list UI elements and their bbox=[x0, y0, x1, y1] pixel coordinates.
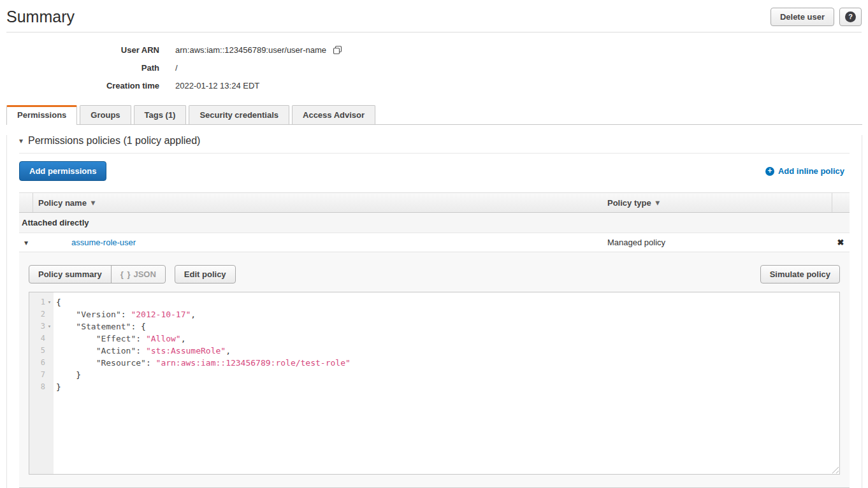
line-number: 3 bbox=[41, 320, 45, 333]
field-label: Creation time bbox=[0, 81, 159, 90]
line-number: 7 bbox=[41, 369, 45, 381]
page-title: Summary bbox=[6, 8, 75, 26]
field-value-text: 2022-01-12 13:24 EDT bbox=[175, 81, 259, 90]
policy-view-buttons: Policy summary { }JSON Edit policy Simul… bbox=[29, 265, 840, 283]
fold-caret-icon[interactable]: ▾ bbox=[45, 296, 54, 308]
policy-summary-button[interactable]: Policy summary bbox=[29, 265, 112, 283]
policy-table-header: Policy name Policy type bbox=[19, 192, 850, 213]
field-value: / bbox=[175, 63, 178, 73]
policy-name-link[interactable]: assume-role-user bbox=[71, 238, 136, 247]
json-punctuation: : { bbox=[131, 322, 145, 331]
tab-groups[interactable]: Groups bbox=[80, 105, 131, 124]
json-punctuation bbox=[56, 310, 76, 319]
tab-security-credentials[interactable]: Security credentials bbox=[189, 105, 289, 124]
sort-caret-icon[interactable] bbox=[656, 198, 660, 207]
json-punctuation: , bbox=[191, 310, 196, 319]
policy-table-row: assume-role-user Managed policy ✖ bbox=[19, 233, 850, 252]
json-key: "Effect" bbox=[96, 334, 136, 343]
editor-line: 7 } bbox=[29, 369, 839, 381]
tab-permissions[interactable]: Permissions bbox=[6, 105, 77, 125]
line-gutter: 4 bbox=[29, 333, 54, 345]
policy-name-column-header[interactable]: Policy name bbox=[33, 193, 602, 212]
json-punctuation: : bbox=[121, 310, 131, 319]
json-string-value: "arn:aws:iam::123456789:role/test-role" bbox=[156, 358, 351, 368]
json-punctuation: : bbox=[146, 358, 156, 368]
field-label: User ARN bbox=[0, 45, 159, 55]
page-header: Summary Delete user ? bbox=[0, 0, 868, 26]
delete-user-button[interactable]: Delete user bbox=[770, 8, 834, 26]
line-gutter: 7 bbox=[29, 369, 54, 381]
json-punctuation: , bbox=[181, 334, 186, 343]
sort-caret-icon[interactable] bbox=[91, 198, 95, 207]
add-permissions-button[interactable]: Add permissions bbox=[19, 161, 106, 181]
remove-policy-icon[interactable]: ✖ bbox=[837, 238, 844, 247]
code-line-text: { bbox=[54, 296, 61, 308]
policy-name-header-label: Policy name bbox=[38, 198, 87, 208]
json-punctuation bbox=[56, 334, 96, 343]
policy-view-segmented-control: Policy summary { }JSON bbox=[29, 265, 166, 283]
json-punctuation bbox=[56, 358, 96, 368]
json-punctuation: } bbox=[56, 382, 61, 392]
policy-table: Policy name Policy type Attached directl… bbox=[19, 192, 850, 488]
remove-policy-cell: ✖ bbox=[832, 238, 850, 247]
editor-line: 4 "Effect": "Allow", bbox=[29, 333, 839, 345]
editor-line: 1▾{ bbox=[29, 296, 839, 308]
editor-resize-handle[interactable] bbox=[830, 465, 839, 473]
line-gutter: 3▾ bbox=[29, 320, 54, 333]
field-label: Path bbox=[0, 63, 159, 73]
summary-field-row: Creation time2022-01-12 13:24 EDT bbox=[0, 76, 868, 94]
json-punctuation: : bbox=[136, 334, 146, 343]
editor-line: 3▾ "Statement": { bbox=[29, 320, 839, 333]
json-braces-icon: { } bbox=[120, 269, 131, 279]
json-string-value: "Allow" bbox=[146, 334, 181, 343]
policy-json-editor[interactable]: 1▾{2 "Version": "2012-10-17",3▾ "Stateme… bbox=[29, 292, 840, 475]
line-gutter: 5 bbox=[29, 345, 54, 357]
policy-name-cell: assume-role-user bbox=[33, 238, 602, 247]
section-title: Permissions policies (1 policy applied) bbox=[28, 135, 200, 147]
attached-directly-group-row: Attached directly bbox=[19, 213, 850, 233]
line-number: 8 bbox=[41, 381, 45, 393]
row-expander[interactable] bbox=[19, 238, 33, 247]
json-string-value: "sts:AssumeRole" bbox=[146, 346, 226, 355]
simulate-policy-button[interactable]: Simulate policy bbox=[760, 265, 840, 283]
line-gutter: 6 bbox=[29, 357, 54, 369]
header-divider bbox=[6, 32, 862, 32]
group-row-label: Attached directly bbox=[22, 218, 89, 227]
summary-field-row: Path/ bbox=[0, 59, 868, 76]
section-divider bbox=[19, 153, 850, 154]
json-punctuation bbox=[56, 322, 76, 331]
line-number: 6 bbox=[41, 357, 45, 369]
json-punctuation bbox=[56, 346, 96, 355]
add-inline-policy-link[interactable]: + Add inline policy bbox=[765, 166, 844, 176]
line-number: 5 bbox=[41, 345, 45, 357]
json-button-label: JSON bbox=[133, 269, 156, 279]
json-view-button[interactable]: { }JSON bbox=[111, 265, 166, 283]
permissions-tab-content: ▾ Permissions policies (1 policy applied… bbox=[6, 135, 862, 488]
fold-caret-icon[interactable]: ▾ bbox=[45, 320, 54, 333]
tab-bar: PermissionsGroupsTags (1)Security creden… bbox=[6, 105, 862, 125]
policy-actions-row: Add permissions + Add inline policy bbox=[19, 161, 850, 181]
policy-detail-panel: Policy summary { }JSON Edit policy Simul… bbox=[19, 252, 850, 488]
expander-column-header bbox=[19, 193, 33, 212]
json-punctuation: { bbox=[56, 298, 61, 307]
help-icon: ? bbox=[845, 11, 856, 22]
code-line-text: "Resource": "arn:aws:iam::123456789:role… bbox=[54, 357, 351, 369]
tab-access-advisor[interactable]: Access Advisor bbox=[292, 105, 375, 124]
json-key: "Resource" bbox=[96, 358, 146, 368]
permissions-policies-section-header[interactable]: ▾ Permissions policies (1 policy applied… bbox=[19, 135, 850, 147]
copy-icon[interactable] bbox=[333, 45, 342, 55]
summary-field-row: User ARNarn:aws:iam::123456789:user/user… bbox=[0, 41, 868, 59]
line-gutter: 8 bbox=[29, 381, 54, 393]
field-value: arn:aws:iam::123456789:user/user-name bbox=[175, 45, 342, 55]
policy-type-column-header[interactable]: Policy type bbox=[602, 193, 832, 212]
line-gutter: 2 bbox=[29, 308, 54, 320]
json-key: "Action" bbox=[96, 346, 136, 355]
help-button[interactable]: ? bbox=[839, 8, 862, 26]
policy-type-header-label: Policy type bbox=[607, 198, 651, 208]
json-punctuation: : bbox=[136, 346, 146, 355]
tab-tags-1[interactable]: Tags (1) bbox=[134, 105, 187, 124]
code-line-text: "Action": "sts:AssumeRole", bbox=[54, 345, 231, 357]
editor-line: 5 "Action": "sts:AssumeRole", bbox=[29, 345, 839, 357]
add-inline-policy-label: Add inline policy bbox=[778, 166, 844, 176]
edit-policy-button[interactable]: Edit policy bbox=[175, 265, 236, 283]
